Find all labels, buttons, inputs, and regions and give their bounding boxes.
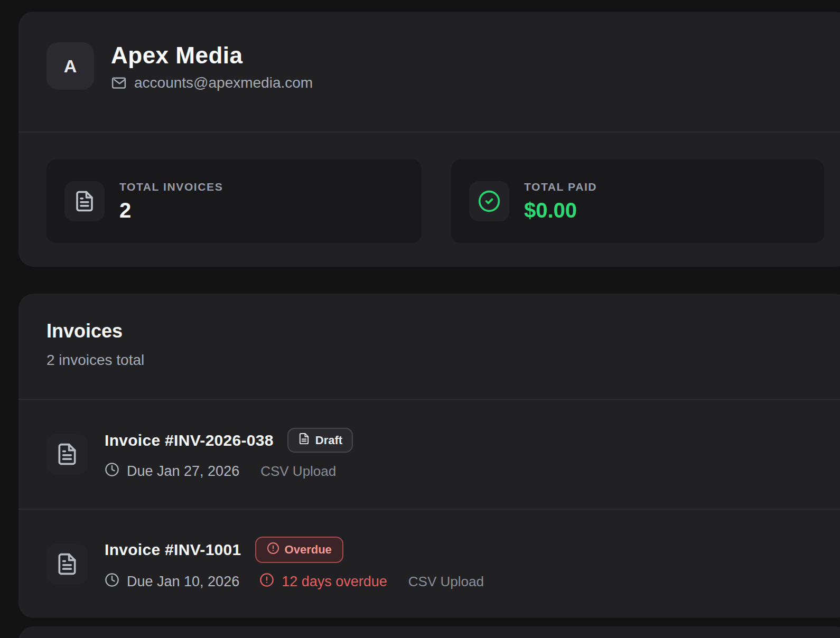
- stat-label: TOTAL INVOICES: [119, 181, 223, 193]
- stat-label: TOTAL PAID: [524, 181, 597, 193]
- stats-row: TOTAL INVOICES 2 TOTAL PAID $0.00: [46, 160, 824, 243]
- client-identity: Apex Media accounts@apexmedia.com: [111, 42, 313, 91]
- invoices-heading: Invoices: [46, 320, 123, 342]
- check-circle-icon: [469, 181, 509, 221]
- clock-icon: [105, 573, 119, 591]
- badge-label: Overdue: [285, 543, 332, 557]
- invoice-row[interactable]: Invoice #INV-2026-038 Draft: [18, 400, 840, 509]
- clock-icon: [105, 462, 119, 481]
- due-date: Due Jan 10, 2026: [105, 573, 239, 591]
- client-header: A Apex Media accounts@apexmedia.com: [46, 42, 313, 91]
- header-divider: [18, 132, 840, 133]
- stat-total-paid: TOTAL PAID $0.00: [451, 160, 824, 243]
- avatar: A: [46, 42, 94, 90]
- draft-status-badge: Draft: [287, 428, 353, 453]
- invoices-subheading: 2 invoices total: [46, 352, 144, 369]
- invoices-card: Invoices 2 invoices total Invoice #INV-2…: [18, 294, 840, 618]
- invoice-row-content: Invoice #INV-1001 Overdue: [105, 537, 484, 591]
- invoice-source-label: CSV Upload: [260, 463, 336, 480]
- stat-total-invoices: TOTAL INVOICES 2: [46, 160, 422, 243]
- stat-text: TOTAL PAID $0.00: [524, 181, 597, 222]
- due-date: Due Jan 27, 2026: [105, 462, 239, 481]
- invoice-title: Invoice #INV-2026-038: [105, 431, 274, 449]
- client-summary-card: A Apex Media accounts@apexmedia.com: [18, 12, 840, 267]
- overdue-indicator: 12 days overdue: [259, 573, 387, 591]
- client-detail-page: { "client_card": { "avatar_initial": "A"…: [0, 0, 840, 638]
- file-text-icon: [64, 181, 105, 221]
- invoice-source-label: CSV Upload: [408, 574, 484, 590]
- alert-circle-icon: [259, 573, 274, 591]
- due-date-label: Due Jan 27, 2026: [127, 463, 239, 480]
- client-email: accounts@apexmedia.com: [134, 74, 313, 91]
- file-text-icon: [298, 433, 310, 448]
- file-text-icon: [46, 434, 88, 475]
- overdue-label: 12 days overdue: [282, 574, 387, 590]
- invoice-row-content: Invoice #INV-2026-038 Draft: [105, 428, 353, 481]
- due-date-label: Due Jan 10, 2026: [127, 574, 239, 590]
- invoice-row[interactable]: Invoice #INV-1001 Overdue: [18, 510, 840, 618]
- client-name: Apex Media: [111, 42, 313, 68]
- next-card-peek: [18, 626, 840, 638]
- alert-circle-icon: [267, 542, 279, 558]
- client-email-row: accounts@apexmedia.com: [111, 74, 313, 91]
- badge-label: Draft: [315, 434, 342, 447]
- invoice-title: Invoice #INV-1001: [105, 541, 241, 559]
- overdue-status-badge: Overdue: [255, 537, 343, 563]
- stat-value: 2: [119, 199, 223, 222]
- stat-text: TOTAL INVOICES 2: [119, 181, 223, 222]
- mail-icon: [111, 75, 127, 91]
- stat-value: $0.00: [524, 199, 597, 222]
- file-text-icon: [46, 543, 88, 585]
